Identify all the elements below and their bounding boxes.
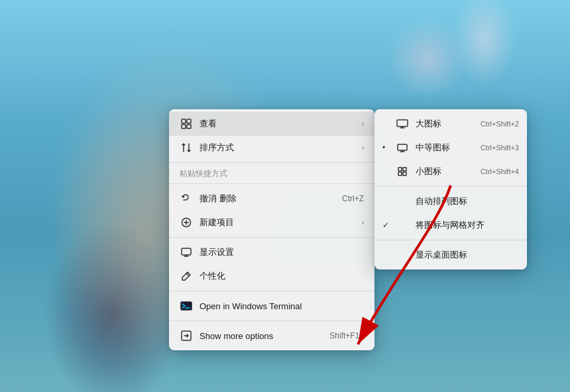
svg-rect-1 [187, 119, 191, 123]
menu-new-label: 新建项目 [200, 217, 359, 228]
undo-shortcut: Ctrl+Z [342, 194, 364, 203]
menu-personalize-label: 个性化 [200, 270, 364, 282]
display-icon [180, 246, 193, 259]
svg-rect-12 [398, 172, 402, 175]
submenu-item-auto-arrange[interactable]: 自动排列图标 [374, 189, 527, 213]
menu-item-undo[interactable]: 撤消 删除 Ctrl+Z [169, 187, 374, 211]
svg-rect-6 [181, 302, 192, 311]
small-icons-label: 小图标 [416, 166, 481, 177]
auto-arrange-label: 自动排列图标 [416, 195, 519, 207]
menu-sort-label: 排序方式 [200, 142, 359, 154]
paste-label-text: 粘贴快捷方式 [180, 168, 227, 179]
menu-more-label: Show more options [200, 331, 324, 341]
medium-icons-label: 中等图标 [416, 142, 481, 154]
small-shortcut: Ctrl+Shift+4 [481, 168, 519, 175]
new-arrow-icon: › [362, 219, 364, 226]
show-icons-icon [396, 248, 409, 262]
submenu-item-large[interactable]: 大图标 Ctrl+Shift+2 [374, 112, 527, 136]
menu-item-sort[interactable]: 排序方式 › [169, 136, 374, 160]
undo-icon [180, 192, 193, 205]
monitor-md-icon [396, 141, 409, 154]
medium-shortcut: Ctrl+Shift+3 [481, 144, 519, 152]
grid-icon [180, 117, 193, 130]
menu-item-display[interactable]: 显示设置 [169, 240, 374, 264]
svg-rect-5 [182, 248, 191, 255]
view-submenu: 大图标 Ctrl+Shift+2 • 中等图标 Ctrl+Shift+3 小图标 [374, 109, 527, 270]
sort-arrow-icon: › [362, 144, 364, 152]
large-icons-label: 大图标 [416, 118, 481, 130]
menu-item-personalize[interactable]: 个性化 [169, 264, 374, 288]
more-shortcut: Shift+F10 [329, 331, 364, 340]
align-grid-check: ✓ [382, 220, 393, 230]
menu-item-more[interactable]: Show more options Shift+F10 [169, 324, 374, 348]
large-shortcut: Ctrl+Shift+2 [481, 120, 519, 128]
separator-5 [169, 320, 374, 321]
svg-rect-11 [403, 168, 406, 171]
submenu-item-medium[interactable]: • 中等图标 Ctrl+Shift+3 [374, 136, 527, 160]
svg-rect-9 [398, 144, 407, 150]
align-grid-icon [396, 219, 409, 232]
separator-1 [169, 162, 374, 163]
menu-terminal-label: Open in Windows Terminal [200, 301, 364, 311]
view-arrow-icon: › [362, 121, 364, 128]
menu-item-new[interactable]: 新建项目 › [169, 211, 374, 234]
sort-icon [180, 141, 193, 154]
monitor-lg-icon [396, 117, 409, 130]
svg-rect-3 [187, 124, 191, 128]
medium-check: • [382, 143, 393, 152]
align-grid-label: 将图标与网格对齐 [416, 219, 519, 231]
separator-2 [169, 183, 374, 184]
submenu-item-align-grid[interactable]: ✓ 将图标与网格对齐 [374, 213, 527, 237]
context-menu: 查看 › 排序方式 › 粘贴快捷方式 撤消 删除 Ctrl+Z [169, 109, 374, 350]
menu-undo-label: 撤消 删除 [200, 193, 337, 205]
sub-separator-1 [374, 186, 527, 187]
submenu-item-show-icons[interactable]: 显示桌面图标 [374, 243, 527, 267]
grid-sm-icon [396, 165, 409, 178]
brush-icon [180, 270, 193, 283]
menu-item-terminal[interactable]: Open in Windows Terminal [169, 294, 374, 318]
paste-shortcut-label: 粘贴快捷方式 [169, 166, 374, 181]
svg-rect-2 [182, 124, 186, 128]
new-icon [180, 216, 193, 229]
svg-rect-8 [397, 120, 408, 126]
separator-3 [169, 237, 374, 238]
menu-display-label: 显示设置 [200, 246, 364, 258]
menu-view-label: 查看 [200, 118, 359, 130]
sub-separator-2 [374, 240, 527, 240]
auto-arrange-icon [396, 195, 409, 208]
separator-4 [169, 291, 374, 291]
submenu-item-small[interactable]: 小图标 Ctrl+Shift+4 [374, 160, 527, 183]
svg-rect-13 [403, 172, 406, 175]
more-icon [180, 329, 193, 342]
show-icons-label: 显示桌面图标 [416, 249, 519, 261]
svg-rect-10 [398, 168, 402, 171]
menu-item-view[interactable]: 查看 › [169, 112, 374, 136]
svg-rect-0 [182, 119, 186, 123]
terminal-icon [180, 299, 193, 313]
